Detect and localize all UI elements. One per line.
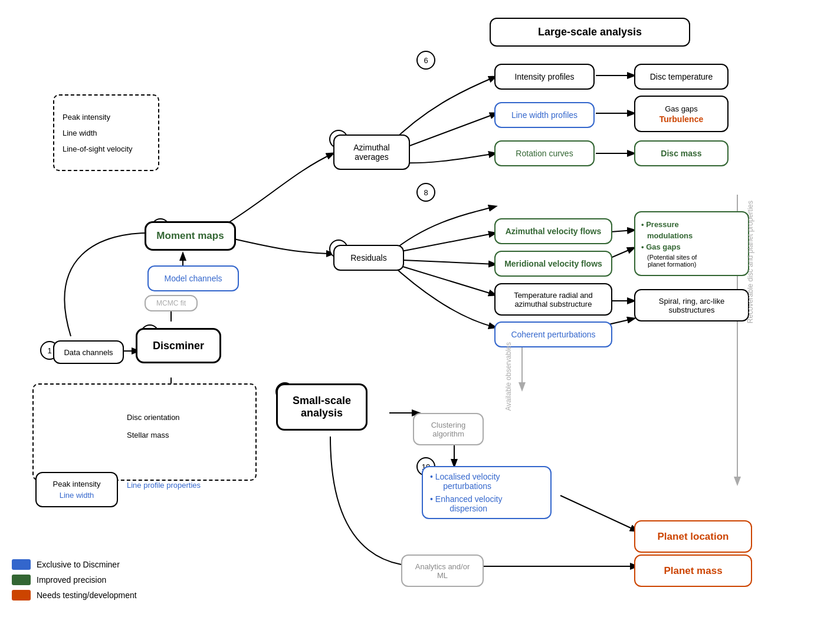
planet-mass-node: Planet mass xyxy=(634,554,752,587)
step-6-circle: 6 xyxy=(416,51,435,70)
temperature-substructure-node: Temperature radial and azimuthal substru… xyxy=(494,283,612,316)
peak-intensity-dashed-box: Peak intensity Line width Line-of-sight … xyxy=(53,94,159,171)
spiral-substructures-node: Spiral, ring, arc-like substructures xyxy=(634,289,749,321)
legend-blue-label: Exclusive to Discminer xyxy=(37,560,120,569)
large-scale-analysis-title: Large-scale analysis xyxy=(490,18,690,47)
rotation-curves-node: Rotation curves xyxy=(494,140,595,166)
peak-intensity-linewidth-node: Peak intensity Line width xyxy=(35,472,118,507)
legend-box: Exclusive to Discminer Improved precisio… xyxy=(12,559,137,601)
los-velocity-label: Line-of-sight velocity xyxy=(63,145,133,153)
line-width-profiles-node: Line width profiles xyxy=(494,102,595,128)
disc-temperature-node: Disc temperature xyxy=(634,64,729,90)
planet-location-node: Planet location xyxy=(634,520,752,553)
peak-intensity-lw-label: Peak intensity xyxy=(53,480,101,488)
azimuthal-velocity-node: Azimuthal velocity flows xyxy=(494,218,612,244)
step-8-circle: 8 xyxy=(416,183,435,202)
pressure-mods-label: • Pressure xyxy=(641,220,679,229)
turbulence-label: Turbulence xyxy=(659,114,703,124)
legend-orange-label: Needs testing/development xyxy=(37,590,137,600)
residuals-node: Residuals xyxy=(333,245,404,271)
gas-gaps-label2: • Gas gaps xyxy=(641,242,681,251)
data-channels-node: Data channels xyxy=(53,340,124,364)
svg-line-7 xyxy=(389,233,496,254)
diagram-container: Large-scale analysis 1 2 3 4 5 6 7 8 9 1… xyxy=(0,0,840,630)
disc-mass-node: Disc mass xyxy=(634,140,729,166)
legend-orange: Needs testing/development xyxy=(12,590,137,601)
mcmc-fit-node: MCMC fit xyxy=(145,295,198,311)
recoverable-disc-label: Recoverable disc and planet properties xyxy=(746,201,754,323)
svg-line-8 xyxy=(389,260,496,264)
svg-line-16 xyxy=(560,496,637,531)
azimuthal-averages-node: Azimuthal averages xyxy=(333,134,410,170)
pressure-mods-label2: modulations xyxy=(647,231,693,240)
legend-green-color xyxy=(12,575,31,585)
legend-blue: Exclusive to Discminer xyxy=(12,559,137,570)
svg-line-9 xyxy=(389,262,496,295)
legend-green-label: Improved precision xyxy=(37,575,106,585)
localised-velocity-node: • Localised velocity perturbations • Enh… xyxy=(422,466,552,519)
intensity-profiles-node: Intensity profiles xyxy=(494,64,595,90)
discminer-node: Discminer xyxy=(136,328,221,363)
moment-maps-node: Moment maps xyxy=(145,221,236,251)
line-width-lw-label: Line width xyxy=(60,491,94,500)
peak-intensity-label: Peak intensity xyxy=(63,113,110,122)
model-channels-node: Model channels xyxy=(147,265,239,291)
small-scale-analysis-node: Small-scale analysis xyxy=(276,383,368,431)
legend-blue-color xyxy=(12,559,31,570)
pressure-modulations-node: • Pressure modulations • Gas gaps (Poten… xyxy=(634,211,749,276)
line-profile-properties-label: Line profile properties xyxy=(127,481,201,490)
meridional-velocity-node: Meridional velocity flows xyxy=(494,251,612,277)
available-observables-label: Available observables xyxy=(504,342,513,411)
enhanced-vel-label: • Enhanced velocity dispersion xyxy=(430,494,502,513)
localised-vel-label: • Localised velocity perturbations xyxy=(430,472,500,491)
gas-gaps-turbulence-node: Gas gaps Turbulence xyxy=(634,96,729,132)
legend-green: Improved precision xyxy=(12,575,137,585)
legend-orange-color xyxy=(12,590,31,601)
disc-orientation-label: Disc orientation xyxy=(127,413,180,422)
stellar-mass-label: Stellar mass xyxy=(127,431,169,439)
line-width-label: Line width xyxy=(63,129,97,137)
analytics-ml-node: Analytics and/or ML xyxy=(401,554,484,587)
planet-formation-label: (Potential sites ofplanet formation) xyxy=(647,254,697,268)
clustering-algorithm-node: Clustering algorithm xyxy=(413,413,484,445)
gas-gaps-label: Gas gaps xyxy=(665,104,698,113)
